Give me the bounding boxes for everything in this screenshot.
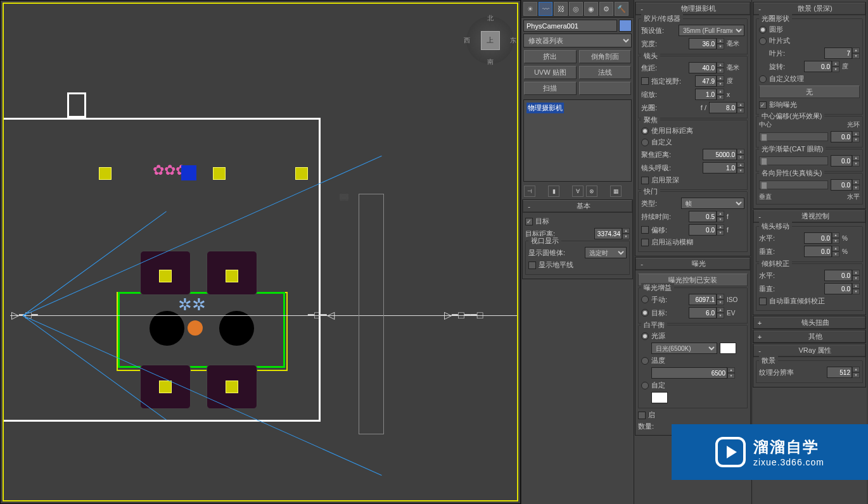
texture-res-spinner[interactable]: ▲▼ xyxy=(827,367,860,378)
show-cone-dropdown[interactable]: 选定时 xyxy=(585,247,627,258)
perspective-rollup-header[interactable]: - 透视控制 xyxy=(753,210,865,222)
focal-spinner[interactable]: ▲▼ xyxy=(689,62,724,73)
expand-icon[interactable]: + xyxy=(754,319,765,327)
rotation-input[interactable] xyxy=(804,61,832,72)
width-spinner[interactable]: ▲▼ xyxy=(689,38,724,49)
tilt-horiz-spinner[interactable]: ▲▼ xyxy=(824,270,860,281)
width-input[interactable] xyxy=(689,38,717,49)
modifier-list-dropdown[interactable]: 修改器列表 xyxy=(523,34,632,47)
target-distance-spinner[interactable]: ▲▼ xyxy=(594,228,630,239)
texture-none-button[interactable]: 无 xyxy=(759,85,860,98)
wb-custom-radio[interactable] xyxy=(641,382,649,389)
offset-input[interactable] xyxy=(689,224,717,236)
target-distance-input[interactable] xyxy=(594,228,622,239)
bladed-radio[interactable] xyxy=(759,37,767,45)
basic-rollup-header[interactable]: - 基本 xyxy=(523,200,632,212)
collapse-icon[interactable]: - xyxy=(754,213,765,220)
misc-rollup-header[interactable]: + 其他 xyxy=(753,331,865,343)
iso-spinner[interactable]: ▲▼ xyxy=(689,294,724,305)
aperture-input[interactable] xyxy=(709,102,737,113)
ev-input[interactable] xyxy=(689,307,717,318)
dof-checkbox[interactable] xyxy=(641,177,649,184)
circular-radio[interactable] xyxy=(759,26,767,34)
motion-blur-checkbox[interactable] xyxy=(641,239,649,246)
vignette-slider[interactable] xyxy=(759,156,828,165)
shift-vert-input[interactable] xyxy=(804,246,832,257)
viewcube[interactable]: 上 北 南 东 西 xyxy=(466,16,514,64)
utilities-tab-icon[interactable]: ⚙ xyxy=(599,2,613,16)
vignette-spinner[interactable]: ▲▼ xyxy=(831,155,860,167)
hierarchy-tab-icon[interactable]: ⛓ xyxy=(554,2,568,16)
bevel-profile-button[interactable]: 倒角剖面 xyxy=(579,50,632,63)
custom-focus-radio[interactable] xyxy=(641,139,649,146)
center-bias-spinner[interactable]: ▲▼ xyxy=(831,131,860,142)
focus-distance-spinner[interactable]: ▲▼ xyxy=(703,149,744,160)
wb-preset-dropdown[interactable]: 日光(6500K) xyxy=(651,343,717,354)
wb-light-radio[interactable] xyxy=(641,332,649,340)
wb-custom-swatch[interactable] xyxy=(651,392,668,403)
affect-exposure-checkbox[interactable] xyxy=(759,101,767,109)
modify-tab-icon[interactable]: 〰 xyxy=(539,2,552,16)
blades-spinner[interactable]: ▲▼ xyxy=(824,47,860,59)
collapse-icon[interactable]: - xyxy=(754,347,765,355)
vignette-input[interactable] xyxy=(831,155,852,167)
aperture-spinner[interactable]: ▲▼ xyxy=(709,102,744,113)
focus-distance-input[interactable] xyxy=(703,149,737,160)
show-horizon-checkbox[interactable] xyxy=(528,261,536,269)
manual-gain-radio[interactable] xyxy=(641,296,649,303)
shift-vert-spinner[interactable]: ▲▼ xyxy=(804,246,839,257)
shift-horiz-input[interactable] xyxy=(804,232,832,244)
show-end-result-icon[interactable]: ▮ xyxy=(548,186,559,197)
fov-spinner[interactable]: ▲▼ xyxy=(695,75,724,87)
tilt-horiz-input[interactable] xyxy=(824,270,852,281)
collapse-icon[interactable]: - xyxy=(523,203,535,210)
rotation-spinner[interactable]: ▲▼ xyxy=(804,61,839,72)
remove-modifier-icon[interactable]: ⊗ xyxy=(586,186,597,197)
shift-horiz-spinner[interactable]: ▲▼ xyxy=(804,232,839,244)
tilt-vert-spinner[interactable]: ▲▼ xyxy=(824,283,860,294)
enable-checkbox[interactable] xyxy=(638,412,646,419)
center-bias-slider[interactable] xyxy=(759,132,828,141)
sweep-button[interactable]: 扫描 xyxy=(524,82,577,95)
modifier-stack[interactable]: 物理摄影机 xyxy=(523,99,632,182)
wb-temp-radio[interactable] xyxy=(641,357,649,365)
target-checkbox[interactable] xyxy=(525,218,533,225)
temperature-spinner[interactable]: ▲▼ xyxy=(651,367,735,379)
ev-spinner[interactable]: ▲▼ xyxy=(689,307,724,318)
preset-dropdown[interactable]: 35mm (Full Frame) xyxy=(679,25,744,36)
offset-checkbox[interactable] xyxy=(641,226,649,234)
use-target-radio[interactable] xyxy=(641,127,649,135)
configure-sets-icon[interactable]: ▦ xyxy=(610,186,622,197)
lens-distortion-rollup-header[interactable]: + 镜头扭曲 xyxy=(753,317,865,329)
tools-tab-icon[interactable]: 🔨 xyxy=(615,2,629,16)
display-tab-icon[interactable]: ◉ xyxy=(584,2,598,16)
duration-spinner[interactable]: ▲▼ xyxy=(689,211,724,222)
fov-input[interactable] xyxy=(695,75,717,87)
bokeh-rollup-header[interactable]: - 散景 (景深) xyxy=(753,3,865,15)
extrude-button[interactable]: 挤出 xyxy=(524,50,577,63)
focal-input[interactable] xyxy=(689,62,717,73)
shutter-type-dropdown[interactable]: 帧 xyxy=(681,198,744,209)
expand-icon[interactable]: + xyxy=(754,333,765,341)
empty-button[interactable] xyxy=(579,82,632,95)
viewport-top[interactable]: ✲✲ ✿✿✿ ▷━□━ ━□━◁ ▷━□━━□ ░░░░░░░░░░░░░░░░… xyxy=(0,0,521,504)
iso-input[interactable] xyxy=(689,294,717,305)
wb-color-swatch[interactable] xyxy=(720,343,736,354)
uvw-map-button[interactable]: UVW 贴图 xyxy=(524,66,577,79)
viewcube-top[interactable]: 上 xyxy=(481,31,500,50)
blades-input[interactable] xyxy=(824,47,852,59)
target-gain-radio[interactable] xyxy=(641,309,649,317)
lens-breathing-input[interactable] xyxy=(703,162,737,173)
make-unique-icon[interactable]: ∀ xyxy=(572,186,584,197)
tilt-vert-input[interactable] xyxy=(824,283,852,294)
stack-item[interactable]: 物理摄影机 xyxy=(527,103,564,113)
exposure-rollup-header[interactable]: - 曝光 xyxy=(635,258,750,270)
normal-button[interactable]: 法线 xyxy=(579,66,632,79)
collapse-icon[interactable]: - xyxy=(636,260,648,268)
offset-spinner[interactable]: ▲▼ xyxy=(689,224,724,236)
physcam-rollup-header[interactable]: - 物理摄影机 xyxy=(635,3,750,15)
texture-res-input[interactable] xyxy=(827,367,852,378)
center-bias-input[interactable] xyxy=(831,131,852,142)
pin-stack-icon[interactable]: ⊣ xyxy=(524,186,535,197)
anisotropy-spinner[interactable]: ▲▼ xyxy=(831,179,860,191)
